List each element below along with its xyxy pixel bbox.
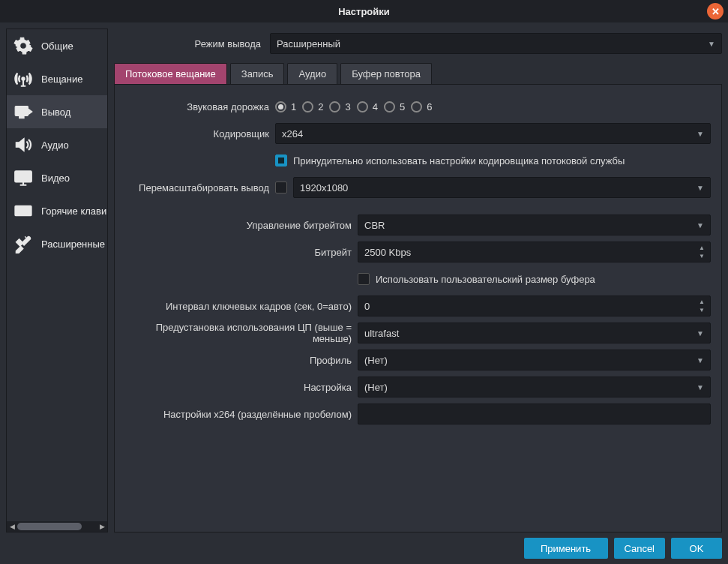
gear-icon — [13, 35, 34, 56]
tabs: Потоковое вещание Запись Аудио Буфер пов… — [114, 63, 722, 85]
rate-control-label: Управление битрейтом — [125, 220, 358, 231]
radio-label: 1 — [291, 101, 296, 112]
tab-recording[interactable]: Запись — [230, 63, 285, 84]
output-mode-select[interactable]: Расширенный ▼ — [270, 33, 722, 54]
audio-track-radio-1[interactable] — [275, 101, 286, 112]
tab-streaming[interactable]: Потоковое вещание — [114, 63, 227, 84]
audio-track-radio-4[interactable] — [357, 101, 368, 112]
row-cpu-preset: Предустановка использования ЦП (выше = м… — [125, 322, 711, 344]
sidebar-item-output[interactable]: Вывод — [7, 95, 107, 128]
close-button[interactable]: ✕ — [707, 3, 724, 20]
svg-rect-3 — [15, 171, 31, 182]
row-enforce: Принудительно использовать настройки код… — [125, 149, 711, 172]
sidebar-item-general[interactable]: Общие — [7, 29, 107, 62]
sidebar-item-label: Вещание — [41, 74, 83, 85]
monitor-icon — [13, 167, 34, 188]
spinner-down-icon[interactable]: ▼ — [697, 252, 707, 260]
close-icon: ✕ — [712, 6, 720, 17]
output-mode-row: Режим вывода Расширенный ▼ — [114, 28, 722, 63]
rate-control-value: CBR — [364, 220, 385, 231]
encoder-value: x264 — [282, 128, 303, 140]
audio-track-radio-6[interactable] — [411, 101, 422, 112]
rescale-select[interactable]: 1920x1080 ▼ — [293, 177, 711, 198]
sidebar-item-label: Горячие клавиши — [41, 206, 107, 217]
row-custom-buffer: Использовать пользовательский размер буф… — [125, 268, 711, 290]
row-profile: Профиль (Нет) ▼ — [125, 349, 711, 371]
body: Общие Вещание Вывод Аудио — [0, 22, 728, 532]
sidebar-item-audio[interactable]: Аудио — [7, 128, 107, 161]
encoder-select[interactable]: x264 ▼ — [275, 123, 711, 144]
enforce-label: Принудительно использовать настройки код… — [293, 155, 625, 166]
sidebar-item-label: Вывод — [41, 106, 70, 118]
titlebar: Настройки ✕ — [0, 0, 728, 22]
rate-control-select[interactable]: CBR ▼ — [358, 214, 711, 236]
scrollbar-thumb[interactable] — [17, 523, 82, 530]
sidebar: Общие Вещание Вывод Аудио — [6, 28, 108, 532]
svg-rect-1 — [15, 106, 28, 116]
x264opts-input[interactable] — [358, 404, 711, 424]
row-x264opts: Настройки x264 (разделённые пробелом) — [125, 403, 711, 425]
scroll-right-icon: ▶ — [97, 521, 107, 532]
speaker-icon — [13, 134, 34, 155]
row-rescale: Перемасштабировать вывод 1920x1080 ▼ — [125, 176, 711, 199]
footer: Применить Cancel OK — [0, 532, 728, 564]
apply-button[interactable]: Применить — [524, 538, 608, 559]
audio-track-group: 1 2 3 4 5 6 — [275, 101, 711, 112]
tab-replay-buffer[interactable]: Буфер повтора — [340, 63, 432, 84]
tab-audio[interactable]: Аудио — [287, 63, 337, 84]
tools-icon — [13, 233, 34, 254]
audio-track-radio-5[interactable] — [384, 101, 395, 112]
bitrate-label: Битрейт — [125, 247, 358, 258]
sidebar-item-video[interactable]: Видео — [7, 161, 107, 194]
radio-label: 3 — [345, 101, 350, 112]
radio-label: 5 — [400, 101, 405, 112]
sidebar-horizontal-scrollbar[interactable]: ◀ ▶ — [7, 521, 107, 532]
cpu-preset-select[interactable]: ultrafast ▼ — [358, 322, 711, 344]
sidebar-item-stream[interactable]: Вещание — [7, 62, 107, 95]
keyint-spinner[interactable]: 0 ▲ ▼ — [358, 296, 711, 316]
chevron-down-icon: ▼ — [697, 221, 704, 230]
sidebar-item-advanced[interactable]: Расширенные — [7, 227, 107, 260]
sidebar-list: Общие Вещание Вывод Аудио — [7, 29, 107, 521]
spinner-up-icon[interactable]: ▲ — [697, 244, 707, 252]
encoder-label: Кодировщик — [125, 128, 275, 140]
audio-track-radio-2[interactable] — [302, 101, 313, 112]
row-tune: Настройка (Нет) ▼ — [125, 376, 711, 398]
custom-buffer-checkbox[interactable] — [358, 273, 370, 285]
radio-label: 2 — [318, 101, 323, 112]
window-title: Настройки — [338, 6, 390, 17]
profile-select[interactable]: (Нет) ▼ — [358, 350, 711, 370]
output-icon — [13, 101, 34, 122]
audio-track-radio-3[interactable] — [329, 101, 340, 112]
rescale-checkbox[interactable] — [275, 182, 287, 194]
enforce-checkbox[interactable] — [275, 154, 287, 166]
spinner-up-icon[interactable]: ▲ — [697, 298, 707, 306]
spinner-buttons: ▲ ▼ — [697, 244, 707, 260]
keyboard-icon — [13, 200, 34, 221]
tune-select[interactable]: (Нет) ▼ — [358, 376, 711, 398]
svg-rect-2 — [19, 117, 24, 118]
bitrate-spinner[interactable]: 2500 Kbps ▲ ▼ — [358, 242, 711, 262]
row-audio-track: Звуковая дорожка 1 2 3 4 5 6 — [125, 95, 711, 118]
tune-value: (Нет) — [364, 382, 388, 393]
row-rate-control: Управление битрейтом CBR ▼ — [125, 214, 711, 236]
keyint-label: Интервал ключевых кадров (сек, 0=авто) — [125, 301, 358, 312]
sidebar-item-label: Видео — [41, 172, 70, 184]
tune-label: Настройка — [125, 382, 358, 393]
output-mode-value: Расширенный — [277, 38, 340, 50]
spinner-down-icon[interactable]: ▼ — [697, 306, 707, 314]
cancel-button[interactable]: Cancel — [614, 538, 665, 559]
rescale-label: Перемасштабировать вывод — [125, 182, 275, 194]
audio-track-label: Звуковая дорожка — [125, 101, 275, 112]
chevron-down-icon: ▼ — [697, 184, 704, 192]
ok-button[interactable]: OK — [671, 538, 722, 559]
spinner-buttons: ▲ ▼ — [697, 298, 707, 314]
sidebar-item-hotkeys[interactable]: Горячие клавиши — [7, 194, 107, 227]
custom-buffer-label: Использовать пользовательский размер буф… — [376, 274, 595, 285]
cpu-preset-label: Предустановка использования ЦП (выше = м… — [125, 322, 358, 344]
output-mode-label: Режим вывода — [114, 38, 264, 50]
scroll-left-icon: ◀ — [7, 521, 17, 532]
x264opts-label: Настройки x264 (разделённые пробелом) — [125, 409, 358, 420]
chevron-down-icon: ▼ — [697, 329, 704, 338]
cpu-preset-value: ultrafast — [364, 328, 399, 339]
